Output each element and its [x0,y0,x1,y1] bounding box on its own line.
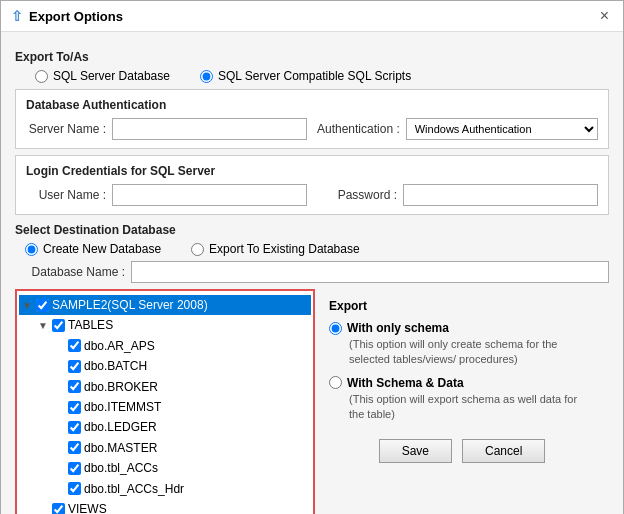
radio-create-new-input[interactable] [25,243,38,256]
password-part: Password : [317,184,598,206]
tbl-accs-label: dbo.tbl_ACCs [84,458,158,478]
tree-node-tbl-accs-hdr[interactable]: dbo.tbl_ACCs_Hdr [51,479,311,499]
batch-label: dbo.BATCH [84,356,147,376]
select-dest-section: Select Destination Database Create New D… [15,223,609,283]
export-schema-only-desc: (This option will only create schema for… [329,337,595,368]
dialog-title: Export Options [29,9,123,24]
tbl-accs-hdr-label: dbo.tbl_ACCs_Hdr [84,479,184,499]
radio-sql-server-db-label: SQL Server Database [53,69,170,83]
radio-export-existing-label: Export To Existing Database [209,242,360,256]
radio-create-new-label: Create New Database [43,242,161,256]
root-expand-icon[interactable]: ▼ [21,297,33,314]
db-auth-group: Database Authentication Server Name : Au… [15,89,609,149]
radio-export-existing-input[interactable] [191,243,204,256]
export-title: Export [329,299,595,313]
export-schema-data-radio[interactable] [329,376,342,389]
db-auth-title: Database Authentication [26,98,598,112]
export-schema-only-text: With only schema [347,321,449,335]
export-panel: Export With only schema (This option wil… [315,289,609,514]
login-credentials-title: Login Credentials for SQL Server [26,164,598,178]
tbl-accs-checkbox[interactable] [68,462,81,475]
password-input[interactable] [403,184,598,206]
export-schema-data[interactable]: With Schema & Data (This option will exp… [329,376,595,423]
master-checkbox[interactable] [68,441,81,454]
export-to-as-options: SQL Server Database SQL Server Compatibl… [15,69,609,83]
login-credentials-row: User Name : Password : [26,184,598,206]
auth-label: Authentication : [317,122,400,136]
tree-node-ledger[interactable]: dbo.LEDGER [51,417,311,437]
export-schema-data-label[interactable]: With Schema & Data [329,376,595,390]
login-credentials-group: Login Credentials for SQL Server User Na… [15,155,609,215]
tables-expand-icon[interactable]: ▼ [37,317,49,334]
server-name-part: Server Name : [26,118,307,140]
radio-sql-scripts-label: SQL Server Compatible SQL Scripts [218,69,411,83]
export-schema-only-label[interactable]: With only schema [329,321,595,335]
dest-radio-row: Create New Database Export To Existing D… [15,242,609,256]
tree-node-root-row[interactable]: ▼ SAMPLE2(SQL Server 2008) [19,295,311,315]
select-dest-label: Select Destination Database [15,223,609,237]
db-auth-row: Server Name : Authentication : Windows A… [26,118,598,140]
views-checkbox[interactable] [52,503,65,514]
username-label: User Name : [26,188,106,202]
db-name-label: Database Name : [25,265,125,279]
export-to-as-label: Export To/As [15,50,609,64]
radio-sql-server-db[interactable]: SQL Server Database [35,69,170,83]
db-name-input[interactable] [131,261,609,283]
itemmst-label: dbo.ITEMMST [84,397,161,417]
tree-node-tables-row[interactable]: ▼ TABLES [35,315,311,335]
tree-node-itemmst[interactable]: dbo.ITEMMST [51,397,311,417]
dialog-body: Export To/As SQL Server Database SQL Ser… [1,32,623,514]
server-name-input[interactable] [112,118,307,140]
username-part: User Name : [26,184,307,206]
auth-select[interactable]: Windows Authentication SQL Server Authen… [406,118,598,140]
title-left: ⇧ Export Options [11,8,123,24]
radio-sql-scripts-input[interactable] [200,70,213,83]
broker-checkbox[interactable] [68,380,81,393]
username-input[interactable] [112,184,307,206]
radio-create-new[interactable]: Create New Database [25,242,161,256]
export-options-dialog: ⇧ Export Options × Export To/As SQL Serv… [0,0,624,514]
radio-sql-server-db-input[interactable] [35,70,48,83]
itemmst-checkbox[interactable] [68,401,81,414]
db-name-row: Database Name : [15,261,609,283]
tree-panel[interactable]: ▼ SAMPLE2(SQL Server 2008) ▼ TABLES [15,289,315,514]
root-children: ▼ TABLES dbo.AR_APS dbo.BATCH dbo.BROKER… [19,315,311,514]
tree-node-root[interactable]: ▼ SAMPLE2(SQL Server 2008) ▼ TABLES [19,295,311,514]
tbl-accs-hdr-checkbox[interactable] [68,482,81,495]
title-bar: ⇧ Export Options × [1,1,623,32]
root-checkbox[interactable] [36,299,49,312]
cancel-button[interactable]: Cancel [462,439,545,463]
ar-aps-label: dbo.AR_APS [84,336,155,356]
views-label: VIEWS [68,499,107,514]
tree-node-batch[interactable]: dbo.BATCH [51,356,311,376]
tree-node-views[interactable]: VIEWS [35,499,311,514]
ar-aps-checkbox[interactable] [68,339,81,352]
tables-children: dbo.AR_APS dbo.BATCH dbo.BROKER dbo.ITEM… [35,336,311,499]
auth-part: Authentication : Windows Authentication … [317,118,598,140]
radio-export-existing[interactable]: Export To Existing Database [191,242,360,256]
tree-node-tbl-accs[interactable]: dbo.tbl_ACCs [51,458,311,478]
password-label: Password : [317,188,397,202]
button-row: Save Cancel [329,431,595,467]
master-label: dbo.MASTER [84,438,157,458]
close-button[interactable]: × [596,7,613,25]
tree-node-broker[interactable]: dbo.BROKER [51,377,311,397]
ledger-checkbox[interactable] [68,421,81,434]
tables-checkbox[interactable] [52,319,65,332]
export-schema-data-desc: (This option will export schema as well … [329,392,595,423]
radio-sql-scripts[interactable]: SQL Server Compatible SQL Scripts [200,69,411,83]
broker-label: dbo.BROKER [84,377,158,397]
ledger-label: dbo.LEDGER [84,417,157,437]
save-button[interactable]: Save [379,439,452,463]
tree-node-master[interactable]: dbo.MASTER [51,438,311,458]
tree-node-ar-aps[interactable]: dbo.AR_APS [51,336,311,356]
export-schema-only[interactable]: With only schema (This option will only … [329,321,595,368]
tree-node-views-row[interactable]: VIEWS [35,499,311,514]
export-schema-data-text: With Schema & Data [347,376,464,390]
batch-checkbox[interactable] [68,360,81,373]
server-name-label: Server Name : [26,122,106,136]
export-icon: ⇧ [11,8,23,24]
export-schema-only-radio[interactable] [329,322,342,335]
tree-node-tables[interactable]: ▼ TABLES dbo.AR_APS dbo.BATCH dbo.BROKER… [35,315,311,499]
tables-label: TABLES [68,315,113,335]
